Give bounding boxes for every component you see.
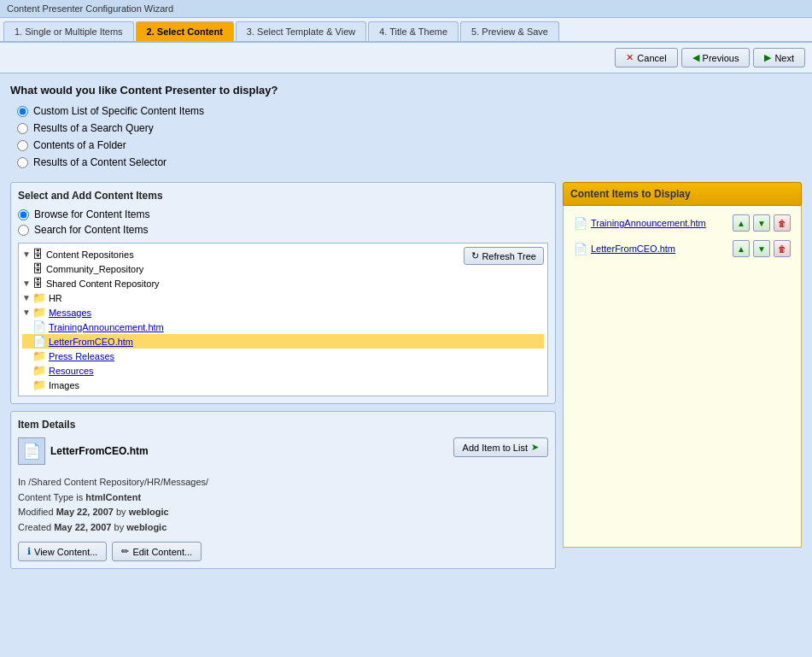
tree-toggle-icon[interactable]: ▼ [22,308,31,317]
radio-opt4[interactable] [17,157,28,168]
title-bar: Content Presenter Configuration Wizard [0,0,812,18]
browse-radio-item-browse: Browse for Content Items [18,208,548,220]
refresh-tree-button[interactable]: ↻ Refresh Tree [464,247,544,265]
radio-label-opt3: Contents of a Folder [33,139,126,151]
move-down-button[interactable]: ▼ [753,214,770,232]
content-item-row: 📄LetterFromCEO.htm▲▼🗑 [570,238,794,259]
tree-root: ▼🗄Content Repositories🗄Community_Reposit… [22,247,544,392]
tree-node[interactable]: ▼📁Messages [22,305,544,320]
radio-opt3[interactable] [17,140,28,151]
browse-radio-browse[interactable] [18,209,29,220]
tree-node[interactable]: 📁Images [22,378,544,392]
radio-label-opt2: Results of a Search Query [33,122,154,134]
radio-item-opt3: Contents of a Folder [17,139,802,151]
tree-label: Resources [49,366,94,376]
edit-content-button[interactable]: ✏ Edit Content... [112,542,202,561]
browse-radio-label-browse: Browse for Content Items [34,208,149,220]
folder-icon: 📁 [32,364,46,377]
move-down-button[interactable]: ▼ [753,240,770,257]
folder-icon: 📁 [32,306,46,319]
tree-label: HR [49,293,62,303]
db-icon: 🗄 [32,277,44,290]
tree-node[interactable]: ▼🗄Shared Content Repository [22,276,544,290]
edit-icon: ✏ [121,546,129,557]
radio-opt2[interactable] [17,123,28,134]
delete-item-button[interactable]: 🗑 [774,240,791,257]
wizard-tab-tab5[interactable]: 5. Preview & Save [460,21,559,41]
file-icon: 📄 [32,320,46,333]
info-icon: ℹ [27,546,31,557]
radio-item-opt2: Results of a Search Query [17,122,802,134]
next-button[interactable]: ▶ Next [753,48,805,67]
wizard-tab-tab2[interactable]: 2. Select Content [136,21,234,41]
tree-node[interactable]: 📁Resources [22,363,544,378]
select-add-panel: Select and Add Content Items Browse for … [10,182,556,404]
delete-item-button[interactable]: 🗑 [774,214,791,232]
previous-button[interactable]: ◀ Previous [681,48,751,67]
folder-icon: 📁 [32,378,46,391]
file-icon: 📄 [32,335,46,348]
wizard-tab-tab4[interactable]: 4. Title & Theme [368,21,459,41]
tree-label: TrainingAnnouncement.htm [49,322,164,332]
browse-radio-group: Browse for Content ItemsSearch for Conte… [18,208,548,236]
radio-group: Custom List of Specific Content ItemsRes… [17,105,802,168]
content-item-label[interactable]: LetterFromCEO.htm [591,243,729,254]
wizard-tabs: 1. Single or Multiple Items2. Select Con… [0,18,812,43]
tree-label: Community_Repository [46,264,143,274]
add-item-icon: ➤ [531,442,539,453]
tree-label: Content Repositories [46,249,134,260]
browse-radio-label-search: Search for Content Items [34,224,148,236]
action-bar: ✕ Cancel ◀ Previous ▶ Next [0,43,812,73]
tree-label: LetterFromCEO.htm [49,337,133,347]
content-item-label[interactable]: TrainingAnnouncement.htm [591,218,729,228]
radio-item-opt4: Results of a Content Selector [17,156,802,168]
wizard-tab-tab3[interactable]: 3. Select Template & View [236,21,366,41]
db-icon: 🗄 [32,262,44,275]
tree-node[interactable]: 📄LetterFromCEO.htm [22,334,544,349]
add-item-button[interactable]: Add Item to List ➤ [453,437,548,457]
next-icon: ▶ [764,52,771,63]
right-panel-content: 📄TrainingAnnouncement.htm▲▼🗑📄LetterFromC… [563,206,802,548]
tree-node[interactable]: 📄TrainingAnnouncement.htm [22,320,544,334]
view-content-button[interactable]: ℹ View Content... [18,542,107,561]
move-up-button[interactable]: ▲ [733,214,750,232]
tree-toggle-icon[interactable]: ▼ [22,249,31,259]
question-label: What would you like Content Presenter to… [10,84,802,97]
tree-node[interactable]: ▼📁HR [22,290,544,305]
content-item-file-icon: 📄 [574,217,587,230]
folder-icon: 📁 [32,349,46,362]
radio-label-opt4: Results of a Content Selector [33,156,166,168]
folder-icon: 📁 [32,291,46,304]
cancel-icon: ✕ [626,52,634,63]
tree-label: Shared Content Repository [46,279,160,289]
item-details-panel: Item Details 📄 LetterFromCEO.htm Add Ite… [10,411,556,569]
tree-node[interactable]: 📁Press Releases [22,349,544,363]
content-item-file-icon: 📄 [574,243,587,255]
previous-icon: ◀ [692,52,699,63]
item-icon: 📄 [18,437,45,465]
cancel-button[interactable]: ✕ Cancel [615,48,677,67]
tree-label: Press Releases [49,351,114,361]
content-item-row: 📄TrainingAnnouncement.htm▲▼🗑 [570,213,794,233]
tree-label: Messages [49,308,91,318]
db-icon: 🗄 [32,248,44,261]
radio-opt1[interactable] [17,106,28,117]
refresh-icon: ↻ [471,250,479,261]
move-up-button[interactable]: ▲ [733,240,750,257]
browse-radio-item-search: Search for Content Items [18,224,548,236]
item-meta: In /Shared Content Repository/HR/Message… [18,475,548,535]
radio-label-opt1: Custom List of Specific Content Items [33,105,204,117]
browse-radio-search[interactable] [18,225,29,236]
item-details-title: Item Details [18,419,548,431]
radio-item-opt1: Custom List of Specific Content Items [17,105,802,117]
tree-toggle-icon[interactable]: ▼ [22,279,31,288]
tree-toggle-icon[interactable]: ▼ [22,293,31,302]
right-panel-header: Content Items to Display [563,182,802,206]
select-add-title: Select and Add Content Items [18,190,548,202]
wizard-tab-tab1[interactable]: 1. Single or Multiple Items [3,21,134,41]
tree-label: Images [49,380,79,390]
item-filename: LetterFromCEO.htm [50,445,149,457]
